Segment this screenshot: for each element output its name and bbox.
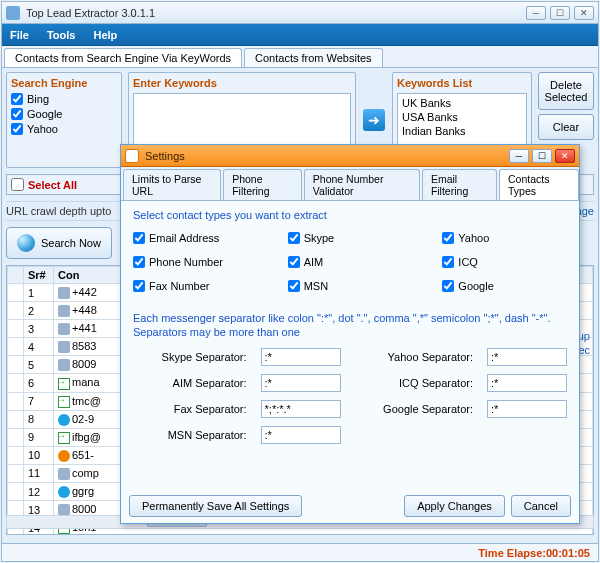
- check-skype[interactable]: [288, 232, 300, 244]
- cancel-button[interactable]: Cancel: [511, 495, 571, 517]
- tab-search-engine[interactable]: Contacts from Search Engine Via KeyWords: [4, 48, 242, 67]
- label-yahoo: Yahoo: [27, 123, 58, 135]
- label-email: Email Address: [149, 232, 219, 244]
- minimize-button[interactable]: ─: [526, 6, 546, 20]
- tab-limits[interactable]: Limits to Parse URL: [123, 169, 221, 200]
- dialog-minimize-button[interactable]: ─: [509, 149, 529, 163]
- main-tabs: Contacts from Search Engine Via KeyWords…: [2, 46, 598, 68]
- search-engine-title: Search Engine: [11, 77, 117, 89]
- skype-icon: [58, 414, 70, 426]
- menu-file[interactable]: File: [10, 29, 29, 41]
- maximize-button[interactable]: ☐: [550, 6, 570, 20]
- menu-tools[interactable]: Tools: [47, 29, 76, 41]
- add-keyword-button[interactable]: ➜: [363, 109, 385, 131]
- label-google: Google: [27, 108, 62, 120]
- label-icq: ICQ: [458, 256, 478, 268]
- label-yahoo2: Yahoo: [458, 232, 489, 244]
- select-all-checkbox[interactable]: [11, 178, 24, 191]
- tab-websites[interactable]: Contacts from Websites: [244, 48, 383, 67]
- dialog-tabs: Limits to Parse URL Phone Filtering Phon…: [121, 167, 579, 201]
- check-icq[interactable]: [442, 256, 454, 268]
- window-title: Top Lead Extractor 3.0.1.1: [26, 7, 526, 19]
- phone-icon: [58, 341, 70, 353]
- globe-icon: [17, 234, 35, 252]
- check-msn[interactable]: [288, 280, 300, 292]
- check-phone[interactable]: [133, 256, 145, 268]
- phone-icon: [58, 468, 70, 480]
- label-bing: Bing: [27, 93, 49, 105]
- google-sep-label: Google Separator:: [355, 403, 473, 415]
- settings-icon: [125, 149, 139, 163]
- label-fax: Fax Number: [149, 280, 210, 292]
- check-yahoo[interactable]: [11, 123, 23, 135]
- close-button[interactable]: ✕: [574, 6, 594, 20]
- tab-phone-validator[interactable]: Phone Number Validator: [304, 169, 420, 200]
- enter-keywords-title: Enter Keywords: [133, 77, 351, 89]
- tab-phone-filter[interactable]: Phone Filtering: [223, 169, 302, 200]
- delete-selected-button[interactable]: Delete Selected: [538, 72, 594, 110]
- search-engine-panel: Search Engine Bing Google Yahoo: [6, 72, 122, 168]
- dialog-title: Settings: [145, 150, 509, 162]
- google-sep-input[interactable]: [487, 400, 567, 418]
- check-email[interactable]: [133, 232, 145, 244]
- col-sr[interactable]: Sr#: [24, 267, 54, 284]
- types-hint: Select contact types you want to extract: [133, 209, 567, 221]
- icq-sep-input[interactable]: [487, 374, 567, 392]
- select-all-label: Select All: [28, 179, 77, 191]
- tab-contacts-types[interactable]: Contacts Types: [499, 169, 579, 200]
- label-aim: AIM: [304, 256, 324, 268]
- dialog-titlebar[interactable]: Settings ─ ☐ ✕: [121, 145, 579, 167]
- label-skype: Skype: [304, 232, 335, 244]
- check-google[interactable]: [11, 108, 23, 120]
- check-aim[interactable]: [288, 256, 300, 268]
- titlebar[interactable]: Top Lead Extractor 3.0.1.1 ─ ☐ ✕: [2, 2, 598, 24]
- list-item[interactable]: USA Banks: [400, 110, 524, 124]
- skype-sep-label: Skype Separator:: [133, 351, 247, 363]
- tab-email-filter[interactable]: Email Filtering: [422, 169, 497, 200]
- phone-icon: [58, 305, 70, 317]
- aim-sep-label: AIM Separator:: [133, 377, 247, 389]
- app-icon: [6, 6, 20, 20]
- fax-sep-label: Fax Separator:: [133, 403, 247, 415]
- fax-sep-input[interactable]: [261, 400, 341, 418]
- phone-icon: [58, 359, 70, 371]
- msn-sep-input[interactable]: [261, 426, 341, 444]
- label-google2: Google: [458, 280, 493, 292]
- menubar: File Tools Help: [2, 24, 598, 46]
- mail-icon: [58, 396, 70, 408]
- time-elapse-label: Time Elapse:: [478, 547, 546, 559]
- check-fax[interactable]: [133, 280, 145, 292]
- list-item[interactable]: UK Banks: [400, 96, 524, 110]
- dialog-maximize-button[interactable]: ☐: [532, 149, 552, 163]
- search-now-button[interactable]: Search Now: [6, 227, 112, 259]
- keywords-list-title: Keywords List: [397, 77, 527, 89]
- clear-button[interactable]: Clear: [538, 114, 594, 140]
- perm-save-button[interactable]: Permanently Save All Settings: [129, 495, 302, 517]
- depth-label: URL crawl depth upto: [6, 205, 111, 217]
- menu-help[interactable]: Help: [93, 29, 117, 41]
- msn-icon: [58, 450, 70, 462]
- check-bing[interactable]: [11, 93, 23, 105]
- phone-icon: [58, 287, 70, 299]
- aim-sep-input[interactable]: [261, 374, 341, 392]
- label-phone: Phone Number: [149, 256, 223, 268]
- skype-icon: [58, 486, 70, 498]
- phone-icon: [58, 323, 70, 335]
- label-msn: MSN: [304, 280, 328, 292]
- statusbar: Time Elapse: 00:01:05: [2, 543, 598, 561]
- yahoo-sep-input[interactable]: [487, 348, 567, 366]
- time-elapse-value: 00:01:05: [546, 547, 590, 559]
- list-item[interactable]: Indian Banks: [400, 124, 524, 138]
- dialog-body: Select contact types you want to extract…: [121, 201, 579, 509]
- check-google2[interactable]: [442, 280, 454, 292]
- yahoo-sep-label: Yahoo Separator:: [355, 351, 473, 363]
- msn-sep-label: MSN Separator:: [133, 429, 247, 441]
- search-now-label: Search Now: [41, 237, 101, 249]
- mail-icon: [58, 378, 70, 390]
- mail-icon: [58, 432, 70, 444]
- icq-sep-label: ICQ Separator:: [355, 377, 473, 389]
- check-yahoo2[interactable]: [442, 232, 454, 244]
- dialog-close-button[interactable]: ✕: [555, 149, 575, 163]
- skype-sep-input[interactable]: [261, 348, 341, 366]
- apply-changes-button[interactable]: Apply Changes: [404, 495, 505, 517]
